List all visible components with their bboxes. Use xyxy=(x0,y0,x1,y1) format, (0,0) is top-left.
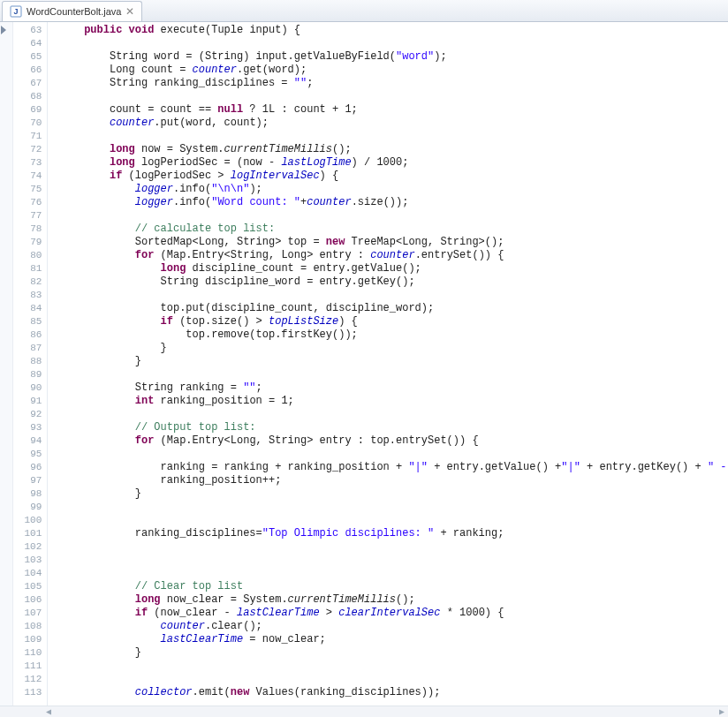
code-line[interactable] xyxy=(58,514,728,527)
line-number: 69 xyxy=(13,103,42,117)
tab-label: WordCounterBolt.java xyxy=(27,6,121,17)
code-line[interactable]: } xyxy=(58,646,728,660)
line-number: 112 xyxy=(13,673,42,686)
line-number: 92 xyxy=(13,408,42,421)
code-line[interactable]: } xyxy=(58,487,728,501)
line-number: 90 xyxy=(13,381,42,395)
code-line[interactable]: // calculate top list: xyxy=(58,223,728,236)
line-number: 105 xyxy=(13,580,42,593)
code-line[interactable]: counter.clear(); xyxy=(58,620,728,633)
code-line[interactable] xyxy=(58,448,728,461)
line-number: 94 xyxy=(13,434,42,448)
code-line[interactable]: String ranking = ""; xyxy=(58,381,728,395)
code-line[interactable] xyxy=(58,130,728,143)
code-line[interactable] xyxy=(58,501,728,514)
scroll-left-icon[interactable]: ◀ xyxy=(42,706,55,717)
code-line[interactable]: top.put(discipline_count, discipline_wor… xyxy=(58,302,728,315)
line-number: 96 xyxy=(13,461,42,474)
code-line[interactable] xyxy=(58,408,728,421)
code-line[interactable]: String ranking_disciplines = ""; xyxy=(58,77,728,90)
code-line[interactable]: String discipline_word = entry.getKey(); xyxy=(58,275,728,289)
code-line[interactable] xyxy=(58,90,728,103)
line-number: 76 xyxy=(13,196,42,209)
code-line[interactable] xyxy=(58,567,728,580)
line-number: 102 xyxy=(13,540,42,554)
line-number: 82 xyxy=(13,275,42,289)
code-line[interactable]: count = count == null ? 1L : count + 1; xyxy=(58,103,728,117)
line-number: 79 xyxy=(13,236,42,249)
code-line[interactable]: SortedMap<Long, String> top = new TreeMa… xyxy=(58,236,728,249)
code-line[interactable]: counter.put(word, count); xyxy=(58,117,728,130)
code-line[interactable]: // Clear top list xyxy=(58,580,728,593)
line-number: 100 xyxy=(13,514,42,527)
code-line[interactable]: lastClearTime = now_clear; xyxy=(58,633,728,646)
line-number: 109 xyxy=(13,633,42,646)
code-content[interactable]: public void execute(Tuple input) { Strin… xyxy=(48,22,728,706)
code-line[interactable] xyxy=(58,289,728,302)
line-number: 86 xyxy=(13,328,42,342)
override-marker-icon[interactable] xyxy=(1,26,6,34)
tab-wordcounterbolt[interactable]: J WordCounterBolt.java ✕ xyxy=(2,1,142,21)
horizontal-scrollbar[interactable]: ◀ ▶ xyxy=(0,706,728,717)
code-editor[interactable]: 6364656667686970717273747576777879808182… xyxy=(0,22,728,706)
line-number: 91 xyxy=(13,395,42,408)
line-number: 66 xyxy=(13,64,42,77)
line-number: 101 xyxy=(13,527,42,540)
code-line[interactable] xyxy=(58,368,728,381)
line-number: 99 xyxy=(13,501,42,514)
code-line[interactable] xyxy=(58,209,728,223)
line-number: 111 xyxy=(13,660,42,673)
code-line[interactable] xyxy=(58,660,728,673)
code-line[interactable] xyxy=(58,673,728,686)
code-line[interactable]: long logPeriodSec = (now - lastLogTime) … xyxy=(58,156,728,170)
code-line[interactable]: logger.info("Word count: "+counter.size(… xyxy=(58,196,728,209)
code-line[interactable]: } xyxy=(58,342,728,355)
line-number: 77 xyxy=(13,209,42,223)
code-line[interactable]: for (Map.Entry<String, Long> entry : cou… xyxy=(58,249,728,262)
line-number: 70 xyxy=(13,117,42,130)
code-line[interactable]: if (top.size() > topListSize) { xyxy=(58,315,728,328)
code-line[interactable]: if (now_clear - lastClearTime > clearInt… xyxy=(58,607,728,620)
line-number: 71 xyxy=(13,130,42,143)
line-number: 110 xyxy=(13,646,42,660)
line-number: 64 xyxy=(13,37,42,50)
line-number: 103 xyxy=(13,554,42,567)
line-number: 63 xyxy=(13,24,42,37)
code-line[interactable]: logger.info("\n\n"); xyxy=(58,183,728,196)
code-line[interactable]: ranking = ranking + ranking_position + "… xyxy=(58,461,728,474)
tab-bar: J WordCounterBolt.java ✕ xyxy=(0,0,728,22)
line-number: 98 xyxy=(13,487,42,501)
code-line[interactable]: ranking_position++; xyxy=(58,474,728,487)
code-line[interactable] xyxy=(58,554,728,567)
close-icon[interactable]: ✕ xyxy=(125,7,134,16)
code-line[interactable]: String word = (String) input.getValueByF… xyxy=(58,50,728,64)
code-line[interactable]: long discipline_count = entry.getValue()… xyxy=(58,262,728,275)
code-line[interactable]: long now = System.currentTimeMillis(); xyxy=(58,143,728,156)
code-line[interactable]: top.remove(top.firstKey()); xyxy=(58,328,728,342)
code-line[interactable]: ranking_disciplines="Top Olimpic discipl… xyxy=(58,527,728,540)
code-line[interactable]: Long count = counter.get(word); xyxy=(58,64,728,77)
line-number: 88 xyxy=(13,355,42,368)
marker-strip xyxy=(0,22,13,706)
svg-text:J: J xyxy=(13,7,18,16)
line-number: 107 xyxy=(13,607,42,620)
line-number: 89 xyxy=(13,368,42,381)
code-line[interactable]: public void execute(Tuple input) { xyxy=(58,24,728,37)
code-line[interactable] xyxy=(58,540,728,554)
code-line[interactable]: if (logPeriodSec > logIntervalSec) { xyxy=(58,170,728,183)
line-number: 81 xyxy=(13,262,42,275)
code-line[interactable]: for (Map.Entry<Long, String> entry : top… xyxy=(58,434,728,448)
line-number: 83 xyxy=(13,289,42,302)
code-line[interactable]: collector.emit(new Values(ranking_discip… xyxy=(58,686,728,699)
line-number: 113 xyxy=(13,686,42,699)
scroll-right-icon[interactable]: ▶ xyxy=(716,706,728,717)
code-line[interactable]: long now_clear = System.currentTimeMilli… xyxy=(58,593,728,607)
code-line[interactable]: } xyxy=(58,355,728,368)
line-number: 93 xyxy=(13,421,42,434)
code-line[interactable]: int ranking_position = 1; xyxy=(58,395,728,408)
line-number: 67 xyxy=(13,77,42,90)
line-number: 74 xyxy=(13,170,42,183)
line-number: 68 xyxy=(13,90,42,103)
code-line[interactable]: // Output top list: xyxy=(58,421,728,434)
code-line[interactable] xyxy=(58,37,728,50)
